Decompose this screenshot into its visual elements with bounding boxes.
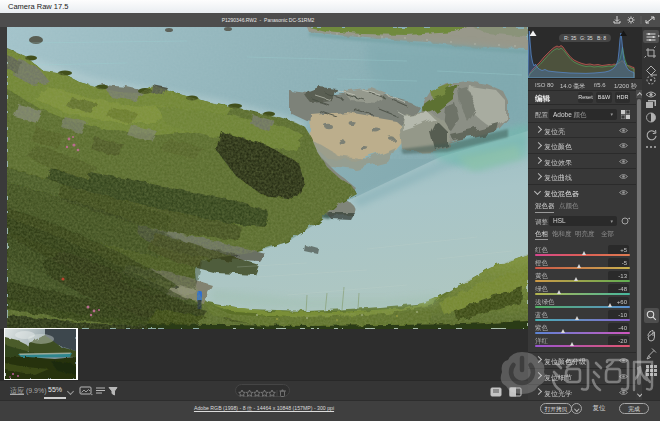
- svg-text:G: 35: G: 35: [580, 35, 593, 41]
- svg-text:B: 8: B: 8: [597, 35, 606, 41]
- svg-text:R: 35: R: 35: [564, 35, 577, 41]
